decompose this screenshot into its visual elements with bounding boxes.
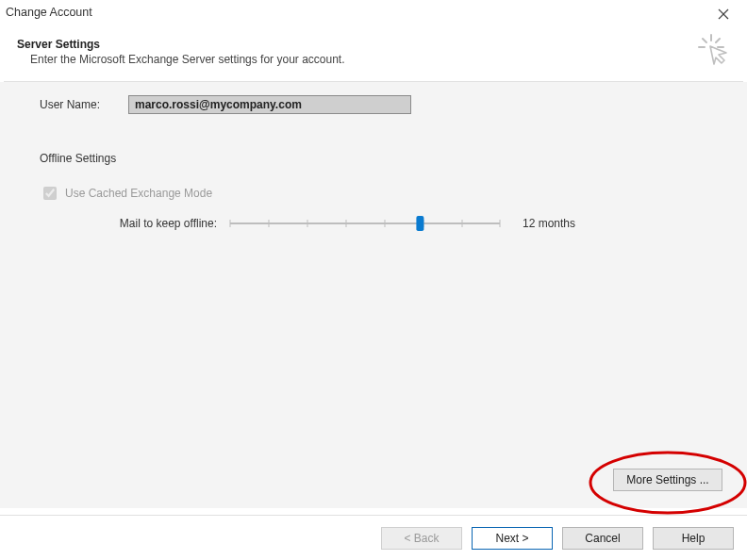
close-button[interactable] bbox=[704, 4, 743, 25]
cached-mode-checkbox bbox=[43, 187, 57, 200]
header-subheading: Enter the Microsoft Exchange Server sett… bbox=[30, 53, 730, 66]
cached-mode-row: Use Cached Exchange Mode bbox=[40, 184, 709, 203]
next-button[interactable]: Next > bbox=[472, 527, 553, 550]
window-title: Change Account bbox=[6, 4, 92, 19]
titlebar: Change Account bbox=[0, 0, 747, 26]
cancel-button[interactable]: Cancel bbox=[562, 527, 643, 550]
mail-offline-slider[interactable] bbox=[228, 214, 502, 233]
mail-offline-row: Mail to keep offline: bbox=[94, 214, 709, 233]
username-label: User Name: bbox=[40, 98, 109, 111]
header: Server Settings Enter the Microsoft Exch… bbox=[0, 26, 747, 75]
svg-line-6 bbox=[716, 39, 720, 42]
close-icon bbox=[718, 8, 729, 20]
mail-offline-label: Mail to keep offline: bbox=[94, 217, 217, 230]
cached-mode-label: Use Cached Exchange Mode bbox=[65, 187, 212, 200]
mail-offline-value: 12 months bbox=[523, 217, 575, 230]
username-row: User Name: bbox=[40, 95, 709, 114]
slider-thumb-icon bbox=[416, 216, 423, 231]
offline-settings-heading: Offline Settings bbox=[40, 152, 709, 165]
svg-line-5 bbox=[703, 39, 706, 42]
change-account-window: Change Account Server Settings Enter the… bbox=[0, 0, 747, 560]
username-field[interactable] bbox=[128, 95, 411, 114]
header-heading: Server Settings bbox=[17, 38, 730, 51]
footer: < Back Next > Cancel Help bbox=[0, 515, 747, 560]
cursor-click-icon bbox=[696, 32, 730, 66]
help-button[interactable]: Help bbox=[653, 527, 734, 550]
body: User Name: Offline Settings Use Cached E… bbox=[0, 82, 747, 508]
back-button: < Back bbox=[381, 527, 462, 550]
more-settings-button[interactable]: More Settings ... bbox=[613, 469, 722, 491]
